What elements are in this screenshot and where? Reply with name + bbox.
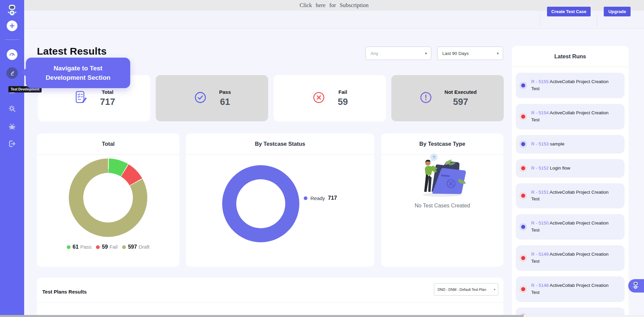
legend-item: 59Fail	[96, 244, 117, 250]
sidebar	[0, 0, 24, 317]
date-range-dropdown[interactable]: Last 90 Days ▾	[437, 47, 503, 60]
stat-card-pass: Pass 61	[156, 75, 268, 121]
horizontal-scrollbar-thumb[interactable]	[0, 315, 524, 317]
test-plan-selector[interactable]: DND - DNM - Default Test Plan ▾	[434, 283, 498, 296]
legend-item: 597Draft	[122, 244, 149, 250]
stat-label: Fail	[339, 89, 347, 95]
run-status-dot	[521, 194, 525, 198]
app-screen: Click here for Subscription Create Test …	[0, 0, 644, 317]
run-id-link[interactable]: R - 5152	[531, 166, 549, 171]
test-development-icon[interactable]	[6, 67, 18, 79]
status-donut-chart[interactable]	[222, 165, 299, 242]
run-list-item[interactable]: R - 5154 ActiveCollab Project Creation T…	[516, 104, 625, 129]
create-test-case-button[interactable]: Create Test Case	[547, 7, 591, 16]
run-status-dot	[521, 256, 525, 260]
chat-assistant-button[interactable]	[628, 279, 644, 293]
project-filter-dropdown[interactable]: Any ▾	[365, 47, 431, 60]
donut-hole	[236, 179, 285, 228]
latest-runs-panel: Latest Runs R - 5155 ActiveCollab Projec…	[512, 46, 629, 317]
date-range-value: Last 90 Days	[442, 51, 469, 56]
run-list-item[interactable]: R - 5149 ActiveCollab Project Creation T…	[516, 245, 625, 271]
stat-value: 717	[100, 97, 115, 107]
stat-label: Total	[102, 89, 113, 95]
upgrade-button[interactable]: Upgrade	[604, 7, 631, 16]
legend-label: Ready	[310, 195, 325, 201]
total-chart-legend: 61Pass59Fail597Draft	[37, 244, 180, 250]
run-list-item[interactable]: R - 5151 ActiveCollab Project Creation T…	[516, 183, 625, 209]
status-chart-legend: Ready 717	[304, 195, 337, 201]
run-list-item[interactable]: R - 5148 ActiveCollab Project Creation T…	[516, 276, 625, 302]
stat-value: 597	[453, 97, 468, 107]
run-text: R - 5150 ActiveCollab Project Creation T…	[531, 220, 616, 234]
stat-label: Not Executed	[445, 89, 477, 95]
status-chart-card: By Testcase Status Ready 717	[186, 133, 374, 267]
run-status-dot	[521, 115, 525, 119]
run-list-item[interactable]: R - 5153 sample	[516, 135, 625, 153]
total-donut-chart[interactable]	[69, 158, 147, 237]
run-status-dot	[521, 287, 525, 291]
header-divider	[597, 14, 597, 26]
test-plan-selector-value: DND - DNM - Default Test Plan	[438, 288, 486, 292]
navigation-tooltip-text: Navigate to Test Development Section	[35, 64, 121, 82]
test-plans-card: Test Plans Results DND - DNM - Default T…	[37, 277, 503, 317]
latest-runs-list: R - 5155 ActiveCollab Project Creation T…	[512, 67, 629, 317]
run-list-item[interactable]: R - 5155 ActiveCollab Project Creation T…	[516, 73, 625, 98]
run-id-link[interactable]: R - 5150	[531, 220, 549, 226]
header-divider	[540, 14, 540, 26]
latest-runs-title: Latest Runs	[512, 46, 629, 67]
x-circle-icon	[311, 90, 326, 106]
page-title: Latest Results	[37, 46, 107, 57]
test-lab-icon[interactable]	[8, 104, 16, 113]
chevron-down-icon: ▾	[494, 288, 495, 291]
total-chart-card: Total 61Pass59Fail597Draft	[37, 133, 180, 267]
run-list-item[interactable]: R - 5152 Login flow	[516, 159, 625, 178]
assistant-robot-icon[interactable]	[6, 3, 18, 16]
chevron-down-icon: ▾	[425, 51, 427, 56]
legend-dot	[96, 245, 100, 249]
run-text: R - 5149 ActiveCollab Project Creation T…	[531, 251, 616, 265]
clipboard-checklist-icon	[73, 90, 89, 107]
legend-item: 61Pass	[67, 244, 91, 250]
chevron-down-icon: ▾	[497, 51, 499, 56]
stat-label: Pass	[219, 89, 231, 95]
horizontal-scrollbar-track[interactable]	[0, 315, 644, 317]
run-text: R - 5151 ActiveCollab Project Creation T…	[531, 189, 616, 203]
run-status-dot	[521, 142, 525, 146]
dashboard-icon[interactable]	[7, 49, 17, 60]
run-text: R - 5148 ActiveCollab Project Creation T…	[531, 282, 616, 296]
test-plans-title: Test Plans Results	[42, 289, 87, 295]
run-id-link[interactable]: R - 5155	[531, 79, 549, 84]
run-text: R - 5152 Login flow	[531, 165, 616, 172]
stat-card-not-executed: Not Executed 597	[391, 75, 504, 121]
run-status-dot	[521, 83, 525, 87]
chart-title: By Testcase Status	[186, 133, 374, 155]
run-id-link[interactable]: R - 5154	[531, 110, 549, 115]
empty-state-illustration: ?	[409, 149, 476, 200]
run-id-link[interactable]: R - 5153	[531, 141, 549, 146]
stat-value: 59	[338, 97, 348, 107]
legend-dot	[67, 245, 70, 249]
sidebar-divider	[5, 40, 19, 40]
run-text: R - 5154 ActiveCollab Project Creation T…	[531, 110, 616, 124]
run-text: R - 5153 sample	[531, 141, 616, 148]
run-id-link[interactable]: R - 5151	[531, 190, 549, 195]
project-filter-value: Any	[370, 51, 378, 56]
legend-dot	[122, 245, 126, 249]
divider	[37, 302, 503, 303]
empty-state-text: No Test Cases Created	[381, 203, 503, 209]
subscription-link[interactable]: Click here for Subscription	[300, 2, 369, 9]
logout-icon[interactable]	[8, 139, 16, 148]
run-status-dot	[521, 166, 525, 170]
add-button[interactable]	[7, 20, 17, 31]
defects-bug-icon[interactable]	[8, 122, 16, 131]
donut-hole	[83, 173, 133, 223]
run-id-link[interactable]: R - 5149	[531, 252, 549, 257]
navigation-tooltip: Navigate to Test Development Section	[26, 58, 130, 88]
run-list-item[interactable]: R - 5150 ActiveCollab Project Creation T…	[516, 214, 625, 240]
run-id-link[interactable]: R - 5148	[531, 283, 549, 288]
assistant-robot-icon	[632, 281, 640, 291]
exclamation-circle-icon	[418, 90, 433, 106]
legend-value: 717	[328, 195, 337, 201]
legend-dot	[304, 196, 307, 200]
chart-title: Total	[37, 133, 180, 155]
